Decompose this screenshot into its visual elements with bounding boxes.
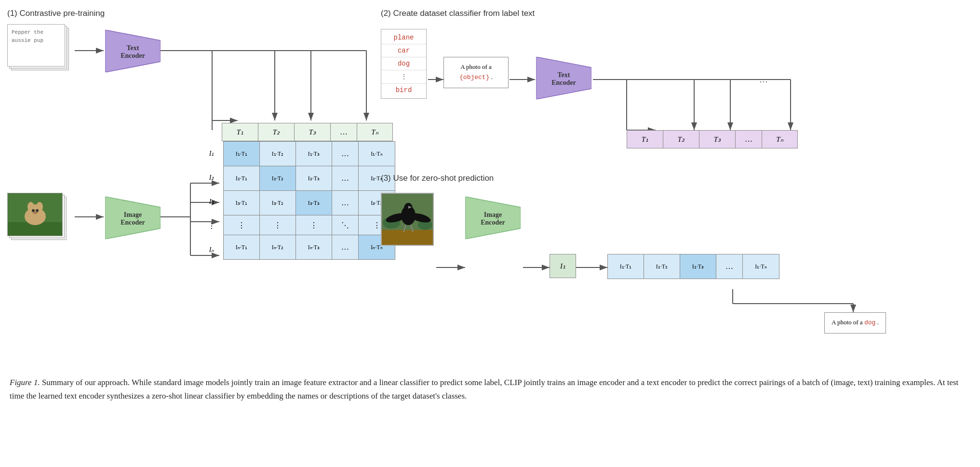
template-box: A photo of a {object} .	[443, 57, 509, 88]
section1-title: (1) Contrastive pre-training	[7, 9, 105, 18]
matrix-cells: I₁·T₁ I₁·T₂ I₁·T₃ … I₁·Tₙ I₂·T₁ I₂·T₂ I₂…	[223, 141, 395, 260]
svg-marker-37	[105, 30, 161, 72]
figure-label: Figure 1.	[10, 378, 40, 387]
text-stacked-cards: Pepper the aussie pup	[7, 24, 70, 77]
figure-caption: Figure 1. Summary of our approach. While…	[10, 376, 969, 457]
result-box: A photo of a dog .	[824, 312, 886, 334]
image-encoder-s3: ImageEncoder	[465, 197, 521, 241]
svg-marker-47	[105, 197, 161, 239]
s3-product-row: I₁·T₁ I₁·T₂ I₁·T₃ … I₁·Tₙ	[607, 254, 779, 279]
text-encoder-s2: TextEncoder	[536, 57, 591, 101]
image-stacked-cards	[7, 193, 70, 243]
label-plane: plane	[381, 31, 426, 44]
label-bird: bird	[381, 84, 426, 96]
label-dog: dog	[381, 57, 426, 70]
result-dog-text: dog	[864, 319, 875, 326]
label-car: car	[381, 44, 426, 57]
image-encoder-shape-s3	[465, 197, 521, 239]
label-vdots: ⋮	[381, 70, 426, 84]
text-encoder-s1: TextEncoder	[105, 30, 161, 74]
pepper-text: Pepper the aussie pup	[12, 29, 43, 43]
col-header-dots: …	[330, 123, 357, 141]
main-container: (1) Contrastive pre-training Pepper the …	[0, 0, 980, 467]
col-header-t3: T₃	[294, 123, 330, 141]
section2-ellipsis: …	[759, 75, 768, 85]
bird-svg	[382, 194, 434, 246]
matrix-body-area: I₁ I₂ I₃ ⋮ Iₙ I₁·T₁ I₁·T₂ I₁·T₃ … I₁·Tₙ	[202, 141, 395, 262]
label-list-box: plane car dog ⋮ bird	[381, 29, 427, 99]
s3-i1-box: I₁	[550, 254, 576, 278]
svg-rect-50	[382, 230, 434, 246]
template-object: {object}	[459, 74, 489, 81]
s2-col-headers: T₁ T₂ T₃ … Tₙ	[627, 130, 798, 148]
col-header-tn: Tₙ	[357, 123, 393, 141]
row-labels: I₁ I₂ I₃ ⋮ Iₙ	[202, 141, 221, 262]
bird-image	[381, 193, 434, 246]
image-encoder-s1: ImageEncoder	[105, 197, 161, 241]
svg-marker-60	[465, 197, 521, 239]
caption-text: Summary of our approach. While standard …	[10, 378, 958, 400]
svg-marker-48	[536, 57, 591, 99]
matrix-col-headers: T₁ T₂ T₃ … Tₙ	[222, 123, 393, 141]
section2-title: (2) Create dataset classifier from label…	[381, 9, 535, 18]
svg-point-46	[33, 211, 38, 214]
dog-svg	[8, 193, 63, 236]
text-encoder-shape-s2	[536, 57, 591, 99]
section3-title: (3) Use for zero-shot prediction	[381, 173, 494, 183]
image-encoder-shape-s1	[105, 197, 161, 239]
col-header-t2: T₂	[258, 123, 294, 141]
text-encoder-shape-s1	[105, 30, 161, 72]
col-header-t1: T₁	[222, 123, 258, 141]
